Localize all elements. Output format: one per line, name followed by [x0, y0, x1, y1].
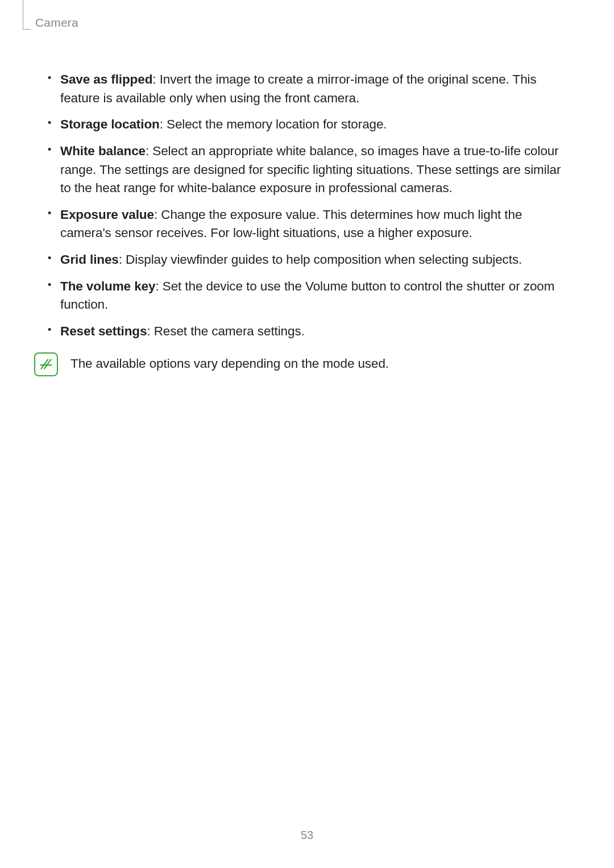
list-item: The volume key: Set the device to use th… [42, 277, 572, 314]
header-rule [23, 0, 23, 30]
settings-list: Save as flipped: Invert the image to cre… [42, 70, 572, 341]
setting-term: Grid lines [60, 252, 119, 267]
page-number: 53 [0, 829, 614, 842]
note-callout: The available options vary depending on … [34, 351, 572, 376]
page-header: Camera [0, 0, 614, 30]
list-item: Save as flipped: Invert the image to cre… [42, 70, 572, 107]
setting-term: Save as flipped [60, 72, 152, 86]
note-icon [34, 352, 58, 376]
page-content: Save as flipped: Invert the image to cre… [0, 30, 614, 376]
setting-desc: : Reset the camera settings. [147, 324, 304, 338]
list-item: Grid lines: Display viewfinder guides to… [42, 251, 572, 269]
note-text: The available options vary depending on … [70, 351, 389, 373]
setting-term: Reset settings [60, 324, 147, 338]
list-item: Exposure value: Change the exposure valu… [42, 206, 572, 243]
list-item: White balance: Select an appropriate whi… [42, 142, 572, 198]
setting-term: The volume key [60, 279, 155, 293]
setting-desc: : Display viewfinder guides to help comp… [119, 252, 522, 267]
setting-term: White balance [60, 144, 146, 158]
setting-term: Exposure value [60, 207, 154, 222]
section-title: Camera [35, 16, 614, 30]
list-item: Storage location: Select the memory loca… [42, 115, 572, 134]
list-item: Reset settings: Reset the camera setting… [42, 322, 572, 341]
setting-term: Storage location [60, 117, 160, 131]
setting-desc: : Select the memory location for storage… [160, 117, 387, 131]
